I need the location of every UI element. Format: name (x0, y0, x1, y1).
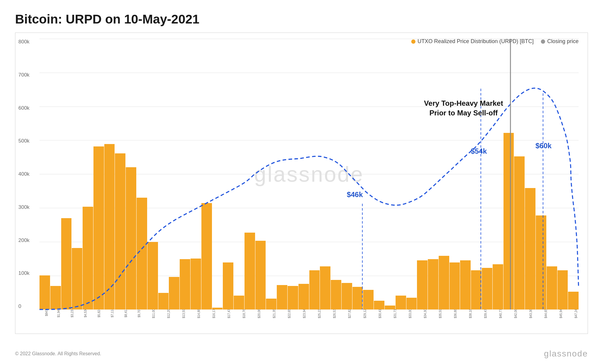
bar (288, 286, 298, 309)
x-label: $34,300.13 (424, 309, 427, 318)
x-label: $27,828.40 (348, 309, 352, 318)
x-label: $44,654.89 (544, 309, 548, 318)
x-label: $23,945.37 (303, 309, 306, 318)
chart-title: Bitcoin: URPD on 10-May-2021 (15, 12, 588, 27)
bar (471, 270, 481, 309)
x-label: $18,767.99 (242, 309, 246, 318)
y-label-100k: 100k (18, 270, 30, 276)
y-label-700k: 700k (18, 72, 30, 78)
bar (493, 264, 503, 309)
x-label: $43,360.54 (529, 309, 532, 318)
x-label: $3,235.86 (71, 309, 74, 317)
bar (309, 270, 320, 309)
x-label: $45,949.23 (559, 309, 563, 318)
price-label-54k: $54k (471, 147, 487, 155)
x-label: $847.17 (45, 309, 48, 316)
bar (223, 262, 233, 309)
x-label: $47,243.57 (574, 309, 578, 318)
bar (396, 296, 406, 309)
x-label: $5,824.55 (97, 309, 101, 317)
x-axis: $847.17$1,941.52$3,235.86$4,530.21$5,824… (39, 309, 579, 330)
x-label: $39,477.50 (484, 309, 487, 318)
bar (450, 262, 460, 309)
bar (50, 286, 61, 309)
x-label: $8,413.24 (124, 309, 128, 317)
x-label: $25,239.72 (318, 309, 321, 318)
y-label-800k: 800k (18, 39, 30, 45)
bar (536, 215, 546, 309)
bar (557, 270, 568, 309)
bar (147, 242, 158, 309)
y-label-200k: 200k (18, 237, 30, 243)
x-label: $30,417.09 (378, 309, 382, 318)
y-label-400k: 400k (18, 171, 30, 177)
bar (169, 277, 179, 309)
bar (417, 260, 428, 309)
bar (126, 167, 136, 309)
bar (104, 144, 115, 309)
bar (363, 290, 374, 309)
x-label: $33,005.78 (409, 309, 412, 318)
bar (255, 241, 266, 309)
footer: © 2022 Glassnode. All Rights Reserved. g… (15, 349, 588, 359)
y-label-500k: 500k (18, 138, 30, 144)
chart-inner: 800k 700k 600k 500k 400k 300k 200k 100k … (39, 39, 579, 309)
bar (72, 248, 82, 309)
footer-brand: glassnode (544, 349, 588, 359)
bar (234, 296, 244, 309)
page-container: Bitcoin: URPD on 10-May-2021 UTXO Realiz… (0, 0, 603, 364)
bar (460, 260, 471, 309)
x-label: $11,001.93 (152, 309, 155, 318)
bar (525, 188, 535, 309)
x-label: $29,122.75 (363, 309, 367, 318)
bar (277, 285, 287, 309)
x-label: $13,590.62 (182, 309, 185, 318)
annotation-line2: Prior to May Sell-off (424, 108, 503, 118)
y-axis-labels: 800k 700k 600k 500k 400k 300k 200k 100k … (18, 39, 30, 309)
bar (83, 207, 93, 309)
price-label-46k: $46k (347, 190, 363, 199)
y-label-300k: 300k (18, 204, 30, 210)
bar (61, 218, 72, 309)
x-label: $31,711.44 (393, 309, 397, 318)
bar (406, 298, 417, 309)
annotation-line1: Very Top-Heavy Market (424, 99, 503, 108)
bar (245, 233, 255, 309)
x-label: $7,118.89 (111, 309, 114, 317)
x-label: $22,651.03 (288, 309, 291, 318)
bars-container (39, 39, 579, 309)
bar (39, 275, 50, 309)
x-label: $36,888.81 (454, 309, 457, 318)
bar (137, 198, 147, 309)
bar (191, 259, 201, 309)
y-label-0: 0 (18, 303, 30, 309)
bar (298, 284, 309, 309)
footer-copyright: © 2022 Glassnode. All Rights Reserved. (15, 351, 101, 356)
bar (93, 146, 104, 309)
x-label: $14,884.96 (197, 309, 200, 318)
bar (482, 268, 492, 309)
bar (568, 292, 579, 309)
bar (180, 259, 190, 309)
bar (115, 153, 125, 309)
x-label: $38,183.16 (469, 309, 472, 318)
x-label: $42,066.19 (514, 309, 517, 318)
bar (374, 301, 384, 309)
bar (158, 293, 169, 309)
bar (201, 203, 212, 309)
x-label: $4,530.21 (84, 309, 87, 317)
x-label: $1,941.52 (57, 309, 60, 317)
x-label: $35,594.47 (439, 309, 442, 318)
bar (331, 280, 341, 309)
x-label: $12,296.27 (167, 309, 170, 318)
annotation-box: Very Top-Heavy Market Prior to May Sell-… (424, 99, 503, 118)
x-label: $40,771.85 (499, 309, 502, 318)
x-label: $20,062.34 (257, 309, 261, 318)
bar (385, 306, 395, 309)
x-label: $9,707.58 (137, 309, 141, 317)
bar (514, 156, 525, 309)
x-label: $17,473.65 (227, 309, 231, 318)
bar (547, 266, 557, 309)
chart-area: UTXO Realized Price Distribution (URPD) … (15, 33, 588, 334)
bar (352, 287, 363, 309)
